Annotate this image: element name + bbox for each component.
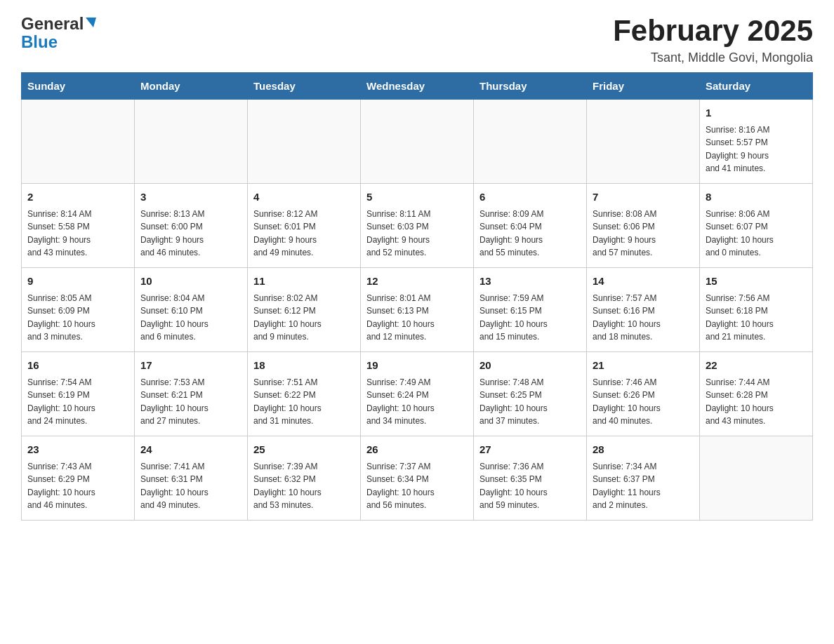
calendar-cell: 27Sunrise: 7:36 AMSunset: 6:35 PMDayligh… [474,436,587,521]
day-info: Sunrise: 7:43 AMSunset: 6:29 PMDaylight:… [27,460,128,512]
day-number: 6 [479,189,581,206]
day-number: 12 [366,274,468,290]
calendar-cell: 18Sunrise: 7:51 AMSunset: 6:22 PMDayligh… [248,352,361,436]
day-info: Sunrise: 7:56 AMSunset: 6:18 PMDaylight:… [706,292,807,344]
calendar-cell: 28Sunrise: 7:34 AMSunset: 6:37 PMDayligh… [587,436,700,521]
day-info: Sunrise: 8:05 AMSunset: 6:09 PMDaylight:… [27,292,128,344]
day-info: Sunrise: 8:12 AMSunset: 6:01 PMDaylight:… [253,208,355,260]
calendar-week-4: 16Sunrise: 7:54 AMSunset: 6:19 PMDayligh… [22,352,813,436]
day-info: Sunrise: 8:06 AMSunset: 6:07 PMDaylight:… [706,208,807,260]
day-info: Sunrise: 8:16 AMSunset: 5:57 PMDaylight:… [706,123,807,175]
day-number: 17 [140,358,241,374]
calendar-cell: 6Sunrise: 8:09 AMSunset: 6:04 PMDaylight… [474,184,587,268]
day-info: Sunrise: 8:14 AMSunset: 5:58 PMDaylight:… [27,208,128,260]
days-of-week-row: SundayMondayTuesdayWednesdayThursdayFrid… [22,73,813,100]
day-info: Sunrise: 7:34 AMSunset: 6:37 PMDaylight:… [593,460,694,512]
day-info: Sunrise: 8:09 AMSunset: 6:04 PMDaylight:… [479,208,581,260]
day-number: 2 [27,189,128,206]
logo-general-text: General [21,14,84,34]
day-number: 25 [253,442,355,458]
logo-blue-text: Blue [21,32,58,52]
page-title: February 2025 [613,14,813,48]
calendar-cell: 8Sunrise: 8:06 AMSunset: 6:07 PMDaylight… [700,184,813,268]
calendar-cell: 3Sunrise: 8:13 AMSunset: 6:00 PMDaylight… [135,184,248,268]
day-number: 15 [706,274,807,290]
day-number: 20 [479,358,581,374]
title-block: February 2025 Tsant, Middle Govi, Mongol… [613,14,813,65]
calendar-cell [474,100,587,184]
day-number: 16 [27,358,128,374]
day-number: 24 [140,442,241,458]
logo: General Blue [21,14,96,52]
day-number: 1 [706,105,807,121]
day-info: Sunrise: 8:01 AMSunset: 6:13 PMDaylight:… [366,292,468,344]
day-of-week-wednesday: Wednesday [361,73,474,100]
calendar-cell: 2Sunrise: 8:14 AMSunset: 5:58 PMDaylight… [22,184,135,268]
calendar-cell: 12Sunrise: 8:01 AMSunset: 6:13 PMDayligh… [361,268,474,352]
day-of-week-tuesday: Tuesday [248,73,361,100]
day-number: 18 [253,358,355,374]
calendar-cell [22,100,135,184]
calendar-cell: 10Sunrise: 8:04 AMSunset: 6:10 PMDayligh… [135,268,248,352]
calendar-cell: 22Sunrise: 7:44 AMSunset: 6:28 PMDayligh… [700,352,813,436]
calendar-cell: 16Sunrise: 7:54 AMSunset: 6:19 PMDayligh… [22,352,135,436]
page-header: General Blue February 2025 Tsant, Middle… [21,14,813,65]
calendar-header: SundayMondayTuesdayWednesdayThursdayFrid… [22,73,813,100]
day-number: 26 [366,442,468,458]
calendar-cell: 19Sunrise: 7:49 AMSunset: 6:24 PMDayligh… [361,352,474,436]
calendar-cell: 25Sunrise: 7:39 AMSunset: 6:32 PMDayligh… [248,436,361,521]
calendar-week-2: 2Sunrise: 8:14 AMSunset: 5:58 PMDaylight… [22,184,813,268]
day-info: Sunrise: 7:59 AMSunset: 6:15 PMDaylight:… [479,292,581,344]
calendar-cell: 13Sunrise: 7:59 AMSunset: 6:15 PMDayligh… [474,268,587,352]
calendar-week-3: 9Sunrise: 8:05 AMSunset: 6:09 PMDaylight… [22,268,813,352]
day-of-week-thursday: Thursday [474,73,587,100]
calendar-cell: 21Sunrise: 7:46 AMSunset: 6:26 PMDayligh… [587,352,700,436]
day-of-week-saturday: Saturday [700,73,813,100]
day-info: Sunrise: 7:51 AMSunset: 6:22 PMDaylight:… [253,376,355,428]
day-info: Sunrise: 7:37 AMSunset: 6:34 PMDaylight:… [366,460,468,512]
calendar-table: SundayMondayTuesdayWednesdayThursdayFrid… [21,72,813,521]
day-number: 5 [366,189,468,206]
calendar-cell [361,100,474,184]
day-number: 4 [253,189,355,206]
day-number: 19 [366,358,468,374]
day-number: 27 [479,442,581,458]
calendar-cell [135,100,248,184]
day-info: Sunrise: 7:46 AMSunset: 6:26 PMDaylight:… [593,376,694,428]
calendar-cell: 23Sunrise: 7:43 AMSunset: 6:29 PMDayligh… [22,436,135,521]
calendar-cell: 4Sunrise: 8:12 AMSunset: 6:01 PMDaylight… [248,184,361,268]
calendar-cell [700,436,813,521]
day-info: Sunrise: 7:53 AMSunset: 6:21 PMDaylight:… [140,376,241,428]
day-number: 28 [593,442,694,458]
day-info: Sunrise: 7:48 AMSunset: 6:25 PMDaylight:… [479,376,581,428]
calendar-cell [248,100,361,184]
calendar-cell: 11Sunrise: 8:02 AMSunset: 6:12 PMDayligh… [248,268,361,352]
calendar-cell: 14Sunrise: 7:57 AMSunset: 6:16 PMDayligh… [587,268,700,352]
day-info: Sunrise: 7:41 AMSunset: 6:31 PMDaylight:… [140,460,241,512]
day-info: Sunrise: 7:54 AMSunset: 6:19 PMDaylight:… [27,376,128,428]
day-number: 3 [140,189,241,206]
day-of-week-friday: Friday [587,73,700,100]
calendar-cell: 15Sunrise: 7:56 AMSunset: 6:18 PMDayligh… [700,268,813,352]
day-info: Sunrise: 8:08 AMSunset: 6:06 PMDaylight:… [593,208,694,260]
day-info: Sunrise: 8:13 AMSunset: 6:00 PMDaylight:… [140,208,241,260]
logo-triangle-icon [86,18,96,27]
day-number: 21 [593,358,694,374]
day-number: 13 [479,274,581,290]
day-info: Sunrise: 8:11 AMSunset: 6:03 PMDaylight:… [366,208,468,260]
day-info: Sunrise: 8:02 AMSunset: 6:12 PMDaylight:… [253,292,355,344]
day-number: 7 [593,189,694,206]
day-number: 22 [706,358,807,374]
calendar-cell: 1Sunrise: 8:16 AMSunset: 5:57 PMDaylight… [700,100,813,184]
calendar-body: 1Sunrise: 8:16 AMSunset: 5:57 PMDaylight… [22,100,813,521]
calendar-week-5: 23Sunrise: 7:43 AMSunset: 6:29 PMDayligh… [22,436,813,521]
calendar-cell: 17Sunrise: 7:53 AMSunset: 6:21 PMDayligh… [135,352,248,436]
day-number: 23 [27,442,128,458]
day-info: Sunrise: 7:44 AMSunset: 6:28 PMDaylight:… [706,376,807,428]
calendar-cell [587,100,700,184]
calendar-cell: 24Sunrise: 7:41 AMSunset: 6:31 PMDayligh… [135,436,248,521]
day-info: Sunrise: 7:39 AMSunset: 6:32 PMDaylight:… [253,460,355,512]
page-subtitle: Tsant, Middle Govi, Mongolia [613,51,813,65]
day-number: 8 [706,189,807,206]
day-info: Sunrise: 8:04 AMSunset: 6:10 PMDaylight:… [140,292,241,344]
